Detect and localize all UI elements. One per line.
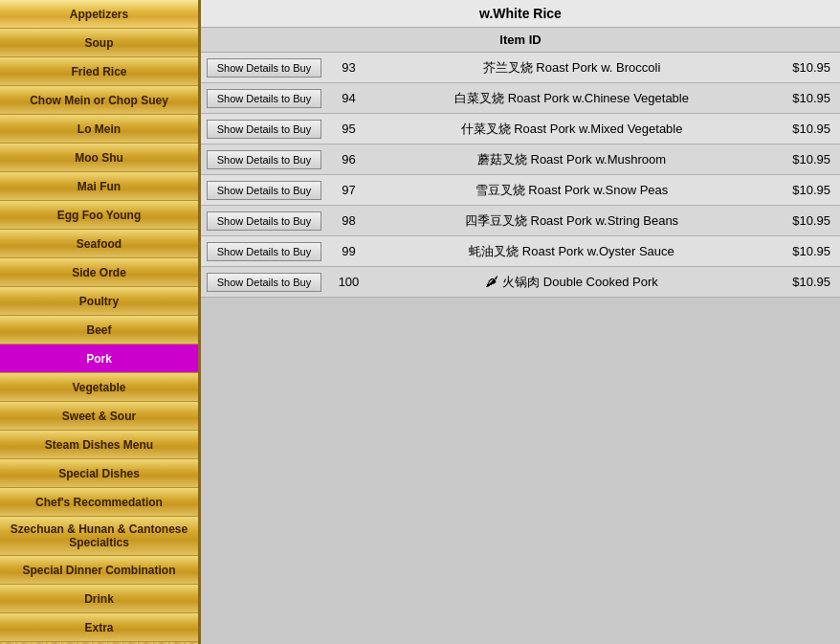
sidebar-item-4[interactable]: Lo Mein <box>0 115 198 144</box>
item-id: 95 <box>327 122 370 136</box>
sidebar-item-6[interactable]: Mai Fun <box>0 172 198 201</box>
item-name: 🌶火锅肉 Double Cooked Pork <box>370 274 773 291</box>
item-price: $10.95 <box>773 244 840 258</box>
item-name: 什菜叉烧 Roast Pork w.Mixed Vegetable <box>370 121 773 138</box>
table-row: Show Details to Buy96蘑菇叉烧 Roast Pork w.M… <box>201 144 840 175</box>
item-name: 蚝油叉烧 Roast Pork w.Oyster Sauce <box>370 243 773 260</box>
item-name: 蘑菇叉烧 Roast Pork w.Mushroom <box>370 151 773 168</box>
item-name: 白菜叉烧 Roast Pork w.Chinese Vegetable <box>370 90 773 107</box>
table-row: Show Details to Buy97雪豆叉烧 Roast Pork w.S… <box>201 175 840 206</box>
sidebar-item-14[interactable]: Sweet & Sour <box>0 402 198 431</box>
sidebar: AppetizersSoupFried RiceChow Mein or Cho… <box>0 0 201 644</box>
show-details-button[interactable]: Show Details to Buy <box>207 120 321 139</box>
column-id-label: Item ID <box>499 33 541 47</box>
sidebar-item-19[interactable]: Special Dinner Combination <box>0 556 198 585</box>
chili-icon: 🌶 <box>485 274 498 289</box>
item-name: 四季豆叉烧 Roast Pork w.String Beans <box>370 212 773 230</box>
sidebar-item-2[interactable]: Fried Rice <box>0 57 198 86</box>
sidebar-item-12[interactable]: Pork <box>0 344 198 373</box>
show-details-button[interactable]: Show Details to Buy <box>207 89 321 108</box>
item-name: 雪豆叉烧 Roast Pork w.Snow Peas <box>370 182 773 199</box>
item-id: 97 <box>327 183 370 197</box>
sidebar-item-0[interactable]: Appetizers <box>0 0 198 29</box>
table-row: Show Details to Buy99蚝油叉烧 Roast Pork w.O… <box>201 236 840 267</box>
item-price: $10.95 <box>773 275 840 289</box>
show-details-button[interactable]: Show Details to Buy <box>207 273 321 292</box>
table-row: Show Details to Buy94白菜叉烧 Roast Pork w.C… <box>201 83 840 114</box>
sidebar-item-8[interactable]: Seafood <box>0 230 198 258</box>
item-id: 99 <box>327 244 370 258</box>
header-title: w.White Rice <box>479 6 562 21</box>
sidebar-item-1[interactable]: Soup <box>0 29 198 57</box>
item-price: $10.95 <box>773 213 840 228</box>
show-details-button[interactable]: Show Details to Buy <box>207 211 321 231</box>
sidebar-item-15[interactable]: Steam Dishes Menu <box>0 431 198 459</box>
show-details-button[interactable]: Show Details to Buy <box>207 242 321 261</box>
item-id: 93 <box>327 60 370 75</box>
sidebar-item-16[interactable]: Special Dishes <box>0 459 198 488</box>
sidebar-item-5[interactable]: Moo Shu <box>0 144 198 172</box>
sidebar-item-17[interactable]: Chef's Recommedation <box>0 488 198 517</box>
main-content: w.White Rice Item ID Show Details to Buy… <box>201 0 840 644</box>
sidebar-item-20[interactable]: Drink <box>0 585 198 613</box>
sidebar-item-3[interactable]: Chow Mein or Chop Suey <box>0 86 198 115</box>
item-price: $10.95 <box>773 183 840 197</box>
sidebar-item-11[interactable]: Beef <box>0 316 198 344</box>
table-row: Show Details to Buy98四季豆叉烧 Roast Pork w.… <box>201 206 840 236</box>
table-row: Show Details to Buy95什菜叉烧 Roast Pork w.M… <box>201 114 840 144</box>
sidebar-item-10[interactable]: Poultry <box>0 287 198 316</box>
item-id: 94 <box>327 91 370 105</box>
item-price: $10.95 <box>773 60 840 75</box>
column-header: Item ID <box>201 28 840 53</box>
item-name: 芥兰叉烧 Roast Pork w. Broccoli <box>370 59 773 77</box>
sidebar-item-18[interactable]: Szechuan & Hunan & Cantonese Specialtics <box>0 517 198 556</box>
menu-table: Show Details to Buy93芥兰叉烧 Roast Pork w. … <box>201 53 840 644</box>
item-price: $10.95 <box>773 91 840 105</box>
item-price: $10.95 <box>773 122 840 136</box>
sidebar-item-13[interactable]: Vegetable <box>0 373 198 402</box>
table-row: Show Details to Buy93芥兰叉烧 Roast Pork w. … <box>201 53 840 83</box>
show-details-button[interactable]: Show Details to Buy <box>207 58 321 78</box>
item-id: 96 <box>327 152 370 167</box>
item-price: $10.95 <box>773 152 840 167</box>
sidebar-item-9[interactable]: Side Orde <box>0 258 198 287</box>
item-id: 100 <box>327 275 370 289</box>
sidebar-item-7[interactable]: Egg Foo Young <box>0 201 198 230</box>
main-header: w.White Rice <box>201 0 840 28</box>
show-details-button[interactable]: Show Details to Buy <box>207 150 321 169</box>
table-row: Show Details to Buy100🌶火锅肉 Double Cooked… <box>201 267 840 298</box>
show-details-button[interactable]: Show Details to Buy <box>207 181 321 200</box>
item-id: 98 <box>327 213 370 228</box>
sidebar-item-21[interactable]: Extra <box>0 613 198 642</box>
